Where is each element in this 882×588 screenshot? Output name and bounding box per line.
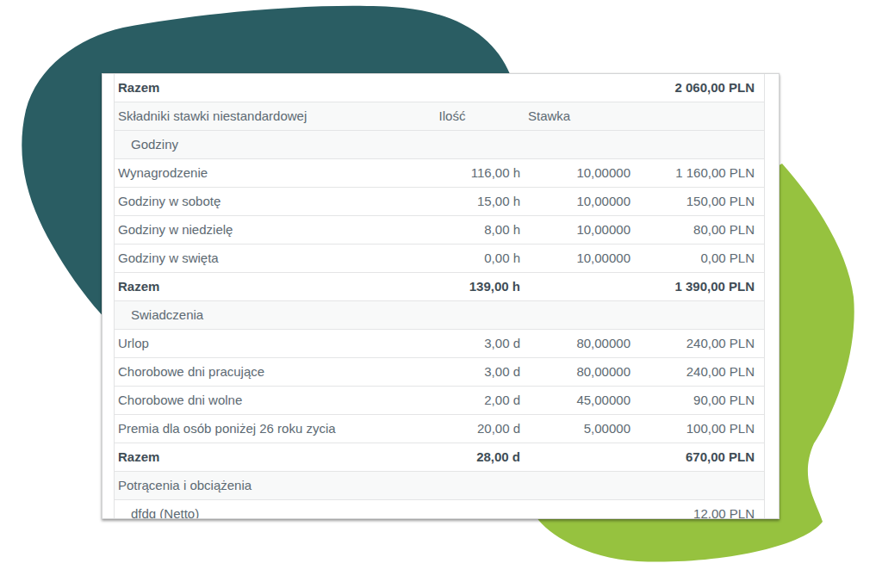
table-row: dfdg (Netto)12,00 PLN <box>115 500 764 519</box>
row-rate <box>520 443 630 472</box>
row-rate: 5,00000 <box>520 415 630 443</box>
row-quantity <box>384 301 520 330</box>
row-amount: 150,00 PLN <box>630 188 764 216</box>
row-rate: Stawka <box>520 102 630 131</box>
table-row: Godziny w sobotę15,00 h10,00000150,00 PL… <box>115 188 764 216</box>
table-row: Razem139,00 h1 390,00 PLN <box>115 273 764 301</box>
row-amount: 12,00 PLN <box>630 500 764 519</box>
table-row: Chorobowe dni wolne2,00 d45,0000090,00 P… <box>115 387 764 415</box>
table-row: Premia dla osób poniżej 26 roku zycia20,… <box>115 415 764 443</box>
row-amount: 100,00 PLN <box>630 415 764 443</box>
row-rate: 45,00000 <box>520 387 630 415</box>
row-label: Razem <box>115 443 384 472</box>
row-amount <box>630 102 764 131</box>
row-quantity: 139,00 h <box>384 273 520 301</box>
row-label: Godziny w sobotę <box>115 188 384 216</box>
row-quantity: 15,00 h <box>384 188 520 216</box>
row-label: Chorobowe dni wolne <box>115 387 384 415</box>
row-quantity: 20,00 d <box>384 415 520 443</box>
row-amount <box>630 472 764 500</box>
row-rate <box>520 131 630 159</box>
payroll-table-body: Razem2 060,00 PLNSkładniki stawki niesta… <box>115 74 764 518</box>
row-rate: 10,00000 <box>520 159 630 188</box>
row-quantity <box>384 500 520 519</box>
table-row: Wynagrodzenie116,00 h10,000001 160,00 PL… <box>115 159 764 188</box>
row-label: Chorobowe dni pracujące <box>115 358 384 387</box>
row-rate <box>520 301 630 330</box>
payroll-table: Razem2 060,00 PLNSkładniki stawki niesta… <box>115 74 764 518</box>
row-amount: 240,00 PLN <box>630 330 764 358</box>
row-label: Razem <box>115 74 384 102</box>
row-amount <box>630 131 764 159</box>
row-amount <box>630 301 764 330</box>
row-amount: 1 160,00 PLN <box>630 159 764 188</box>
row-label: Godziny w niedzielę <box>115 216 384 244</box>
row-quantity: 8,00 h <box>384 216 520 244</box>
table-row: Razem28,00 d670,00 PLN <box>115 443 764 472</box>
row-quantity: Ilość <box>384 102 520 131</box>
row-amount: 1 390,00 PLN <box>630 273 764 301</box>
row-rate <box>520 472 630 500</box>
row-amount: 2 060,00 PLN <box>630 74 764 102</box>
table-row: Godziny <box>115 131 764 159</box>
row-quantity: 28,00 d <box>384 443 520 472</box>
row-rate <box>520 273 630 301</box>
row-quantity: 3,00 d <box>384 358 520 387</box>
table-row: Razem2 060,00 PLN <box>115 74 764 102</box>
row-amount: 90,00 PLN <box>630 387 764 415</box>
row-amount: 240,00 PLN <box>630 358 764 387</box>
row-label: dfdg (Netto) <box>115 500 384 519</box>
row-rate <box>520 500 630 519</box>
row-label: Potrącenia i obciążenia <box>115 472 384 500</box>
row-quantity <box>384 74 520 102</box>
row-rate: 10,00000 <box>520 244 630 273</box>
row-quantity <box>384 472 520 500</box>
row-label: Wynagrodzenie <box>115 159 384 188</box>
row-quantity: 0,00 h <box>384 244 520 273</box>
row-rate <box>520 74 630 102</box>
row-label: Razem <box>115 273 384 301</box>
table-row: Godziny w swięta0,00 h10,000000,00 PLN <box>115 244 764 273</box>
table-row: Potrącenia i obciążenia <box>115 472 764 500</box>
row-quantity: 3,00 d <box>384 330 520 358</box>
table-row: Godziny w niedzielę8,00 h10,0000080,00 P… <box>115 216 764 244</box>
row-amount: 0,00 PLN <box>630 244 764 273</box>
row-label: Premia dla osób poniżej 26 roku zycia <box>115 415 384 443</box>
payroll-card: Razem2 060,00 PLNSkładniki stawki niesta… <box>102 73 780 519</box>
table-row: Urlop3,00 d80,00000240,00 PLN <box>115 330 764 358</box>
table-row: Chorobowe dni pracujące3,00 d80,00000240… <box>115 358 764 387</box>
row-amount: 80,00 PLN <box>630 216 764 244</box>
row-rate: 10,00000 <box>520 188 630 216</box>
row-label: Swiadczenia <box>115 301 384 330</box>
row-amount: 670,00 PLN <box>630 443 764 472</box>
row-quantity: 2,00 d <box>384 387 520 415</box>
row-label: Urlop <box>115 330 384 358</box>
table-row: Swiadczenia <box>115 301 764 330</box>
table-row: Składniki stawki niestandardowejIlośćSta… <box>115 102 764 131</box>
row-label: Godziny w swięta <box>115 244 384 273</box>
row-rate: 80,00000 <box>520 358 630 387</box>
payroll-table-container: Razem2 060,00 PLNSkładniki stawki niesta… <box>114 74 765 518</box>
row-label: Godziny <box>115 131 384 159</box>
row-rate: 10,00000 <box>520 216 630 244</box>
row-rate: 80,00000 <box>520 330 630 358</box>
row-label: Składniki stawki niestandardowej <box>115 102 384 131</box>
row-quantity: 116,00 h <box>384 159 520 188</box>
row-quantity <box>384 131 520 159</box>
